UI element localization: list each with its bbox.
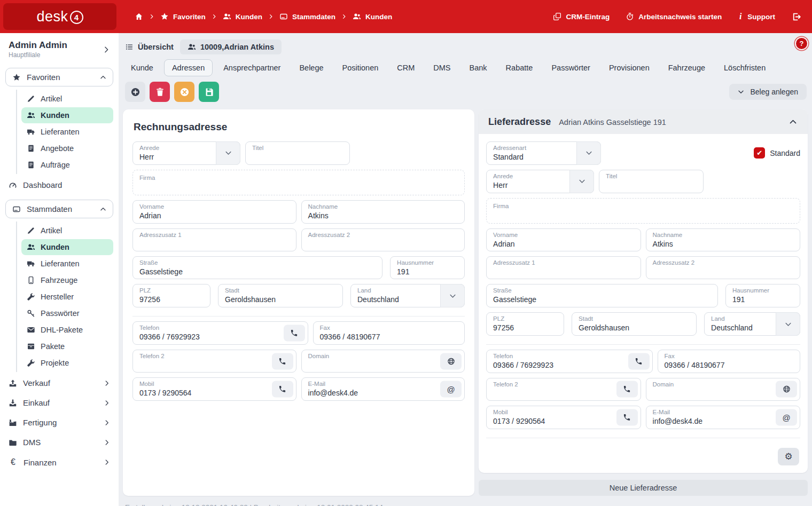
logout-button[interactable] <box>791 12 801 22</box>
shipping-telefon-field[interactable]: Telefon 09366 / 76929923 <box>486 350 652 373</box>
sidebar-item-hersteller[interactable]: Hersteller <box>21 289 113 305</box>
cancel-button[interactable] <box>174 82 194 102</box>
sidebar-item-lieferanten[interactable]: Lieferanten <box>21 256 113 272</box>
breadcrumb-favoriten[interactable]: Favoriten <box>160 12 206 21</box>
tab-bank[interactable]: Bank <box>462 59 495 76</box>
checkbox-checked-icon[interactable]: ✔ <box>754 147 765 159</box>
billing-hausnummer-field[interactable]: Hausnummer 191 <box>390 256 465 280</box>
tab-positionen[interactable]: Positionen <box>334 59 387 76</box>
billing-adresszusatz2-field[interactable]: Adresszusatz 2 <box>301 228 465 251</box>
globe-icon[interactable] <box>776 381 797 398</box>
sidebar-item-artikel[interactable]: Artikel <box>21 223 113 239</box>
help-button[interactable]: ? <box>796 38 807 49</box>
tab-provisionen[interactable]: Provisionen <box>601 59 658 76</box>
billing-telefon2-field[interactable]: Telefon 2 <box>132 350 296 373</box>
sidebar-item-dms[interactable]: DMS <box>0 432 119 452</box>
billing-titel-field[interactable]: Titel <box>245 141 350 165</box>
shipping-titel-field[interactable]: Titel <box>599 170 704 193</box>
shipping-adresszusatz1-field[interactable]: Adresszusatz 1 <box>486 256 641 279</box>
sidebar-item-kunden[interactable]: Kunden <box>21 239 113 255</box>
tab-passwoerter[interactable]: Passwörter <box>543 59 598 76</box>
support-button[interactable]: iSupport <box>738 12 775 21</box>
add-button[interactable] <box>125 82 145 102</box>
shipping-mobil-field[interactable]: Mobil 0173 / 9290564 <box>486 406 641 429</box>
billing-strasse-field[interactable]: Straße Gasselstiege <box>132 256 382 280</box>
phone-icon[interactable] <box>616 381 638 398</box>
billing-vorname-field[interactable]: Vorname Adrian <box>132 200 296 224</box>
shipping-adressenart-select[interactable]: Adressenart Standard <box>486 141 601 165</box>
breadcrumb-kunden-2[interactable]: Kunden <box>353 12 392 21</box>
shipping-hausnummer-field[interactable]: Hausnummer 191 <box>725 284 800 307</box>
sidebar-item-einkauf[interactable]: Einkauf <box>0 393 119 413</box>
sidebar-item-lieferanten[interactable]: Lieferanten <box>21 124 113 140</box>
tab-ansprechpartner[interactable]: Ansprechpartner <box>215 59 288 76</box>
app-logo[interactable]: desk 4 <box>3 3 116 30</box>
settings-button[interactable]: ⚙ <box>778 448 799 465</box>
tab-loeschfristen[interactable]: Löschfristen <box>716 59 774 76</box>
sidebar-item-finanzen[interactable]: € Finanzen <box>0 452 119 472</box>
billing-email-field[interactable]: E-Mail info@desk4.de @ <box>301 377 465 401</box>
sidebar-item-fertigung[interactable]: Fertigung <box>0 413 119 432</box>
phone-icon[interactable] <box>616 409 638 425</box>
chevron-down-icon[interactable] <box>576 141 601 165</box>
shipping-strasse-field[interactable]: Straße Gasselstiege <box>486 284 718 307</box>
shipping-adresszusatz2-field[interactable]: Adresszusatz 2 <box>646 256 800 279</box>
shipping-telefon2-field[interactable]: Telefon 2 <box>486 378 641 401</box>
sidebar-item-verkauf[interactable]: Verkauf <box>0 373 119 393</box>
tab-record-adrian-atkins[interactable]: 10009,Adrian Atkins <box>180 39 282 54</box>
tab-belege[interactable]: Belege <box>291 59 331 76</box>
sidebar-item-kunden[interactable]: Kunden <box>21 107 113 123</box>
billing-mobil-field[interactable]: Mobil 0173 / 9290564 <box>132 377 296 401</box>
phone-icon[interactable] <box>284 325 305 342</box>
sidebar-section-favoriten[interactable]: Favoriten <box>5 68 113 86</box>
tab-uebersicht[interactable]: Übersicht <box>125 43 174 51</box>
shipping-header[interactable]: Lieferadresse Adrian Atkins Gasselstiege… <box>479 109 808 134</box>
sidebar-item-projekte[interactable]: Projekte <box>21 355 113 371</box>
at-icon[interactable]: @ <box>440 381 462 397</box>
chevron-down-icon[interactable] <box>776 312 800 336</box>
billing-anrede-select[interactable]: Anrede Herr <box>132 141 240 165</box>
shipping-email-field[interactable]: E-Mail info@desk4.de @ <box>646 406 800 429</box>
breadcrumb-home[interactable] <box>135 12 143 21</box>
tab-kunde[interactable]: Kunde <box>123 59 161 76</box>
shipping-fax-field[interactable]: Fax 09366 / 48190677 <box>658 350 800 373</box>
phone-icon[interactable] <box>628 353 650 369</box>
shipping-firma-field[interactable]: Firma <box>486 198 800 224</box>
billing-domain-field[interactable]: Domain <box>301 350 465 373</box>
new-shipping-address-button[interactable]: Neue Lieferadresse <box>479 480 808 496</box>
sidebar-item-pakete[interactable]: Pakete <box>21 338 113 354</box>
billing-telefon-field[interactable]: Telefon 09366 / 76929923 <box>132 321 308 345</box>
globe-icon[interactable] <box>440 353 462 369</box>
billing-stadt-field[interactable]: Stadt Geroldshausen <box>218 284 343 307</box>
shipping-anrede-select[interactable]: Anrede Herr <box>486 170 594 193</box>
shipping-stadt-field[interactable]: Stadt Geroldshausen <box>572 312 697 336</box>
sidebar-item-artikel[interactable]: Artikel <box>21 91 113 107</box>
breadcrumb-kunden[interactable]: Kunden <box>223 12 262 21</box>
billing-nachname-field[interactable]: Nachname Atkins <box>301 200 465 224</box>
sidebar-item-fahrzeuge[interactable]: Fahrzeuge <box>21 272 113 288</box>
save-button[interactable] <box>199 82 219 102</box>
sidebar-item-passwoerter[interactable]: Passwörter <box>21 305 113 321</box>
shipping-domain-field[interactable]: Domain <box>646 378 800 401</box>
phone-icon[interactable] <box>272 381 293 397</box>
breadcrumb-stammdaten[interactable]: Stammdaten <box>279 12 335 21</box>
worklog-start-button[interactable]: Arbeitsnachweis starten <box>626 12 722 21</box>
beleg-anlegen-button[interactable]: Beleg anlegen <box>729 84 807 100</box>
at-icon[interactable]: @ <box>776 409 797 425</box>
sidebar-item-angebote[interactable]: Angebote <box>21 140 113 156</box>
sidebar-item-dhl-pakete[interactable]: DHL-Pakete <box>21 322 113 338</box>
shipping-land-select[interactable]: Land Deutschland <box>704 312 800 336</box>
tab-fahrzeuge[interactable]: Fahrzeuge <box>660 59 713 76</box>
tab-crm[interactable]: CRM <box>389 59 423 76</box>
tab-rabatte[interactable]: Rabatte <box>498 59 541 76</box>
user-profile[interactable]: Admin Admin Hauptfiliale <box>0 33 119 63</box>
shipping-plz-field[interactable]: PLZ 97256 <box>486 312 564 336</box>
chevron-down-icon[interactable] <box>569 170 594 193</box>
sidebar-section-stammdaten[interactable]: Stammdaten <box>5 200 113 218</box>
chevron-down-icon[interactable] <box>440 284 465 307</box>
chevron-up-icon[interactable] <box>789 118 797 126</box>
billing-land-select[interactable]: Land Deutschland <box>350 284 465 307</box>
billing-firma-field[interactable]: Firma <box>132 170 465 195</box>
billing-plz-field[interactable]: PLZ 97256 <box>132 284 210 307</box>
phone-icon[interactable] <box>272 353 293 369</box>
